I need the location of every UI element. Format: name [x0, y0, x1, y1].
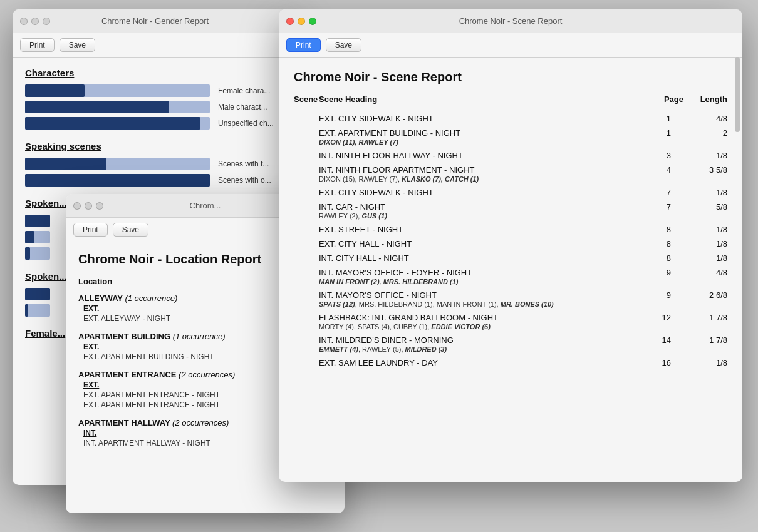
- gender-toolbar: Print Save: [13, 33, 298, 58]
- traffic-lights-location: [73, 202, 103, 210]
- table-row: INT. CITY HALL - NIGHT 8 1/8: [294, 250, 727, 264]
- scene-length-10: 4/8: [683, 264, 727, 287]
- scenes-female-row: Scenes with f...: [25, 158, 285, 170]
- table-row: INT. NINTH FLOOR HALLWAY - NIGHT 3 1/8: [294, 147, 727, 161]
- scene-num-10: [294, 264, 319, 287]
- scene-num-7: [294, 221, 319, 235]
- scene-page-4: 4: [646, 161, 683, 184]
- scene-num-8: [294, 235, 319, 250]
- maximize-icon-loc[interactable]: [96, 202, 103, 210]
- scene-length-5: 1/8: [683, 184, 727, 198]
- scenes-female-container: [25, 158, 213, 170]
- scene-heading-8: EXT. CITY HALL - NIGHT: [319, 235, 646, 250]
- scene-num-11: [294, 287, 319, 309]
- scene-heading-7: EXT. STREET - NIGHT: [319, 221, 646, 235]
- location-save-button[interactable]: Save: [113, 223, 148, 237]
- scene-page-6: 7: [646, 198, 683, 221]
- close-icon[interactable]: [20, 18, 28, 25]
- scene-num-13: [294, 332, 319, 354]
- minimize-icon[interactable]: [31, 18, 39, 25]
- spoken-bar-fg2: [25, 231, 34, 243]
- scene-heading-11: INT. MAYOR'S OFFICE - NIGHT SPATS (12), …: [319, 287, 646, 309]
- scene-print-button[interactable]: Print: [286, 38, 321, 52]
- scene-num-12: [294, 309, 319, 332]
- table-row: EXT. CITY HALL - NIGHT 8 1/8: [294, 235, 727, 250]
- scene-heading-6: INT. CAR - NIGHT RAWLEY (2), GUS (1): [319, 198, 646, 221]
- scene-length-14: 1/8: [683, 354, 727, 369]
- scene-table-body: EXT. CITY SIDEWALK - NIGHT 1 4/8 EXT. AP…: [294, 110, 727, 369]
- table-row: INT. MILDRED'S DINER - MORNING EMMETT (4…: [294, 332, 727, 354]
- unspecified-bar-label: Unspecified ch...: [218, 119, 274, 128]
- scene-page-2: 1: [646, 125, 683, 147]
- maximize-icon-scene[interactable]: [309, 18, 316, 25]
- scene-save-button[interactable]: Save: [326, 38, 361, 52]
- scene-page-10: 9: [646, 264, 683, 287]
- scene-num-5: [294, 184, 319, 198]
- female-bar-label: Female chara...: [218, 86, 270, 95]
- location-window-title: Chrom...: [190, 201, 221, 210]
- scene-page-13: 14: [646, 332, 683, 354]
- spoken2-bar-c2: [25, 304, 50, 317]
- female-bar-row: Female chara...: [25, 84, 285, 97]
- scene-length-2: 2: [683, 125, 727, 147]
- close-icon-scene[interactable]: [286, 18, 294, 25]
- scrollbar-thumb[interactable]: [735, 57, 740, 132]
- scene-heading-5: EXT. CITY SIDEWALK - NIGHT: [319, 184, 646, 198]
- scenes-other-fg: [25, 174, 210, 187]
- scene-length-4: 3 5/8: [683, 161, 727, 184]
- gender-report-title-bar: Chrome Noir - Gender Report: [13, 9, 298, 33]
- gender-print-button[interactable]: Print: [20, 38, 55, 52]
- scene-heading-1: EXT. CITY SIDEWALK - NIGHT: [319, 110, 646, 125]
- scene-heading-9: INT. CITY HALL - NIGHT: [319, 250, 646, 264]
- scenes-other-row: Scenes with o...: [25, 174, 285, 187]
- scene-window-title: Chrome Noir - Scene Report: [459, 16, 563, 26]
- scene-heading-13: INT. MILDRED'S DINER - MORNING EMMETT (4…: [319, 332, 646, 354]
- scene-length-12: 1 7/8: [683, 309, 727, 332]
- scene-report-window: Chrome Noir - Scene Report Print Save Ch…: [279, 9, 742, 482]
- location-print-button[interactable]: Print: [73, 223, 108, 237]
- table-row: INT. MAYOR'S OFFICE - FOYER - NIGHT MAN …: [294, 264, 727, 287]
- scene-heading-10: INT. MAYOR'S OFFICE - FOYER - NIGHT MAN …: [319, 264, 646, 287]
- table-row: EXT. SAM LEE LAUNDRY - DAY 16 1/8: [294, 354, 727, 369]
- scene-report-main-title: Chrome Noir - Scene Report: [294, 70, 727, 84]
- minimize-icon-scene[interactable]: [298, 18, 305, 25]
- male-bar-fg: [25, 101, 169, 113]
- unspecified-bar-fg: [25, 117, 200, 130]
- characters-section-title: Characters: [25, 68, 285, 78]
- scene-table-header-row: Scene Scene Heading Page Length: [294, 95, 727, 110]
- speaking-scenes-title: Speaking scenes: [25, 141, 285, 151]
- unspecified-bar-row: Unspecified ch...: [25, 117, 285, 130]
- characters-bars: Female chara... Male charact... Unspecif…: [25, 84, 285, 130]
- scene-num-14: [294, 354, 319, 369]
- traffic-lights-scene: [286, 18, 316, 25]
- table-row: INT. CAR - NIGHT RAWLEY (2), GUS (1) 7 5…: [294, 198, 727, 221]
- scenes-female-fg: [25, 158, 106, 170]
- male-bar-container: [25, 101, 213, 113]
- table-row: FLASHBACK: INT. GRAND BALLROOM - NIGHT M…: [294, 309, 727, 332]
- scene-toolbar: Print Save: [279, 33, 742, 58]
- table-row: EXT. STREET - NIGHT 8 1/8: [294, 221, 727, 235]
- table-row: INT. MAYOR'S OFFICE - NIGHT SPATS (12), …: [294, 287, 727, 309]
- gender-save-button[interactable]: Save: [60, 38, 95, 52]
- spoken2-bar-bg2: [25, 304, 50, 317]
- table-row: INT. NINTH FLOOR APARTMENT - NIGHT DIXON…: [294, 161, 727, 184]
- scene-heading-14: EXT. SAM LEE LAUNDRY - DAY: [319, 354, 646, 369]
- scene-report-content: Chrome Noir - Scene Report Scene Scene H…: [279, 58, 742, 482]
- scene-heading-2: EXT. APARTMENT BUILDING - NIGHT DIXON (1…: [319, 125, 646, 147]
- maximize-icon[interactable]: [43, 18, 50, 25]
- speaking-bars: Scenes with f... Scenes with o...: [25, 158, 285, 187]
- scene-page-8: 8: [646, 235, 683, 250]
- scene-num-4: [294, 161, 319, 184]
- spoken-bar-c2: [25, 231, 50, 243]
- scene-page-3: 3: [646, 147, 683, 161]
- scenes-other-container: [25, 174, 213, 187]
- close-icon-loc[interactable]: [73, 202, 81, 210]
- spoken-bar-c3: [25, 247, 50, 260]
- male-bar-row: Male charact...: [25, 101, 285, 113]
- minimize-icon-loc[interactable]: [85, 202, 92, 210]
- scene-num-9: [294, 250, 319, 264]
- table-row: EXT. CITY SIDEWALK - NIGHT 1 4/8: [294, 110, 727, 125]
- spoken2-bar-c1: [25, 288, 50, 300]
- scene-page-9: 8: [646, 250, 683, 264]
- female-bar-container: [25, 84, 213, 97]
